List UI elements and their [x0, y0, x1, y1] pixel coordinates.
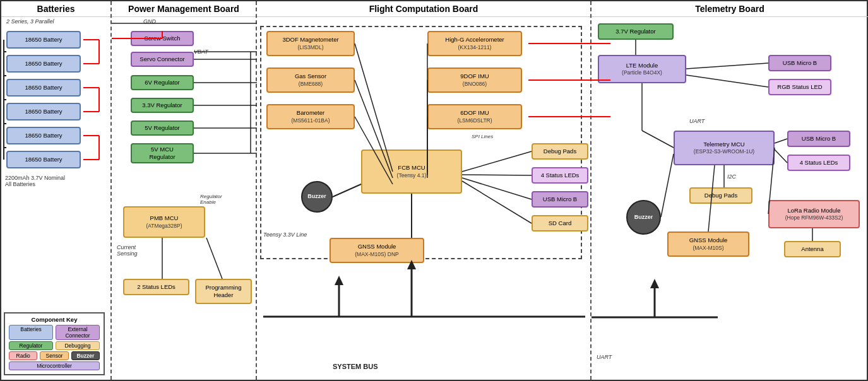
key-row-3: Radio Sensor Buzzer: [9, 351, 100, 360]
accelerometer: High-G Accelerometer (KX134-1211): [427, 31, 522, 56]
key-sensor: Sensor: [40, 351, 68, 360]
svg-line-34: [462, 175, 532, 175]
svg-line-35: [462, 178, 532, 199]
buzzer-telemetry: Buzzer: [626, 200, 661, 235]
teensy-line-label: Teensy 3.3V Line: [263, 232, 307, 238]
debug-pads-telemetry: Debug Pads: [689, 187, 752, 204]
batteries-title: Batteries: [1, 1, 110, 17]
key-title: Component Key: [9, 316, 100, 323]
svg-line-33: [462, 151, 532, 172]
pmb-connections: [112, 17, 256, 378]
status-leds-telemetry: 4 Status LEDs: [787, 155, 850, 171]
battery-footnote: 2200mAh 3.7V NominalAll Batteries: [5, 175, 65, 187]
svg-line-24: [206, 238, 222, 279]
antenna: Antenna: [784, 241, 841, 257]
i2c-label: I2C: [727, 173, 736, 180]
usb-micro-b1: USB Micro B: [768, 55, 831, 71]
key-mcu: Microcontroller: [9, 361, 100, 370]
key-buzzer: Buzzer: [71, 351, 100, 360]
imu-6dof: 6DOF IMU (LSM6DSLTR): [427, 104, 522, 129]
reg-5v-mcu: 5V MCU Regulator: [131, 143, 194, 163]
fcb-inner: Teensy 3.3V Line SPI Lines SYSTEM BUS 3D…: [257, 17, 590, 378]
magnetometer: 3DOF Magnetometer (LIS3MDL): [266, 31, 355, 56]
usb-micro-b2: USB Micro B: [787, 131, 850, 147]
svg-line-51: [642, 131, 674, 148]
gas-sensor: Gas Sensor (BME688): [266, 67, 355, 93]
svg-marker-46: [335, 276, 343, 285]
key-row-2: Regulator Debugging: [9, 341, 100, 350]
fcb-title: Flight Computation Board: [257, 1, 590, 17]
pmb-inner: GND VBAT Screw Switch Servo Connector 6V…: [112, 17, 256, 378]
key-radio: Radio: [9, 351, 37, 360]
sd-card-fcb: SD Card: [532, 215, 588, 232]
uart-bottom-label: UART: [597, 354, 612, 360]
status-leds-pmb: 2 Status LEDs: [123, 279, 189, 295]
main-diagram: Batteries 2 Series, 3 Parallel 18650 Bat…: [0, 0, 868, 381]
svg-line-53: [775, 149, 787, 163]
status-leds-fcb: 4 Status LEDs: [532, 167, 588, 184]
svg-line-52: [775, 139, 787, 143]
svg-line-38: [333, 184, 361, 197]
reg-5v: 5V Regulator: [131, 120, 194, 136]
spi-lines-label: SPI Lines: [472, 134, 493, 139]
reg-6v: 6V Regulator: [131, 75, 194, 90]
regulator-enable-label: RegulatorEnable: [200, 194, 222, 205]
key-row-1: Batteries External Connector: [9, 325, 100, 340]
buzzer-fcb: Buzzer: [301, 181, 333, 213]
battery-3: 18650 Battery: [6, 79, 81, 97]
screw-switch: Screw Switch: [131, 31, 194, 46]
svg-line-48: [686, 63, 768, 69]
key-connector: External Connector: [56, 325, 100, 340]
pmb-title: Power Management Board: [112, 1, 256, 17]
key-regulator: Regulator: [9, 341, 53, 350]
section-batteries: Batteries 2 Series, 3 Parallel 18650 Bat…: [1, 1, 112, 380]
debug-pads-fcb: Debug Pads: [532, 143, 588, 160]
lora-module: LoRa Radio Module (Hope RFM96W-433S2): [768, 200, 860, 228]
section-fcb: Flight Computation Board Teensy 3.3V Lin…: [257, 1, 592, 380]
batteries-subtitle: 2 Series, 3 Parallel: [6, 18, 54, 25]
battery-2: 18650 Battery: [6, 55, 81, 73]
svg-line-36: [462, 181, 532, 223]
svg-line-49: [686, 75, 768, 87]
reg-33v: 3.3V Regulator: [131, 98, 194, 113]
telemetry-inner: 3.7V Regulator LTE Module (Particle B4O4…: [592, 17, 868, 378]
gnss-fcb: GNSS Module (MAX-M10S) DNP: [330, 238, 424, 263]
uart-label: UART: [689, 118, 705, 124]
battery-6: 18650 Battery: [6, 151, 81, 168]
telemetry-mcu: Telemetry MCU (ESP32-S3-WROOM-1U): [674, 131, 775, 165]
svg-line-58: [661, 154, 674, 217]
programming-header: Programming Header: [195, 279, 252, 304]
gnss-telemetry: GNSS Module (MAX-M10S): [667, 232, 749, 257]
imu-9dof: 9DOF IMU (BNO086): [427, 67, 522, 93]
system-bus-label: SYSTEM BUS: [333, 363, 378, 370]
reg-37v: 3.7V Regulator: [598, 23, 674, 40]
rgb-led: RGB Status LED: [768, 79, 831, 95]
battery-1: 18650 Battery: [6, 31, 81, 49]
key-debugging: Debugging: [56, 341, 100, 350]
pmb-mcu: PMB MCU (ATMega328P): [123, 206, 205, 238]
section-telemetry: Telemetry Board 3.7V Regulator LTE Modul…: [592, 1, 868, 380]
battery-5: 18650 Battery: [6, 127, 81, 144]
servo-connector: Servo Connector: [131, 52, 194, 67]
current-sensing-label: CurrentSensing: [117, 244, 138, 257]
batteries-inner: 2 Series, 3 Parallel 18650 Battery 18650…: [1, 17, 110, 378]
telemetry-title: Telemetry Board: [592, 1, 868, 17]
usb-micro-fcb: USB Micro B: [532, 191, 588, 208]
barometer: Barometer (MS5611-01BA): [266, 104, 355, 129]
vbat-label: VBAT: [194, 49, 208, 55]
component-key: Component Key Batteries External Connect…: [4, 312, 105, 375]
lte-module: LTE Module (Particle B4O4X): [598, 55, 686, 83]
battery-4: 18650 Battery: [6, 103, 81, 120]
key-row-4: Microcontroller: [9, 361, 100, 370]
section-pmb: Power Management Board GND VBAT Screw Sw…: [112, 1, 257, 380]
key-batteries: Batteries: [9, 325, 53, 340]
gnd-label: GND: [143, 18, 156, 25]
svg-marker-64: [650, 279, 659, 288]
fcb-mcu: FCB MCU (Teensy 4.1): [361, 149, 462, 194]
